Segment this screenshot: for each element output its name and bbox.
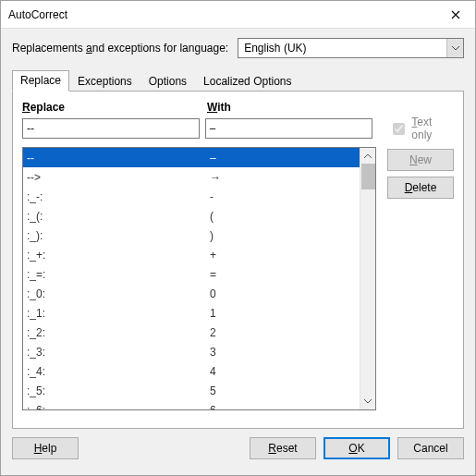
cell-replace: :_=: — [27, 268, 210, 281]
cancel-button[interactable]: Cancel — [397, 437, 464, 459]
column-headers: Replace With — [22, 101, 454, 114]
language-row: Replacements and exceptions for language… — [12, 38, 464, 58]
table-row[interactable]: :_6:6 — [23, 400, 360, 409]
scrollbar[interactable] — [360, 148, 375, 409]
cell-replace: :_6: — [27, 404, 210, 410]
cell-with: 2 — [210, 326, 360, 339]
tab-localized[interactable]: Localized Options — [195, 71, 299, 92]
reset-button[interactable]: Reset — [250, 437, 316, 459]
cell-with: 0 — [210, 287, 360, 300]
autocorrect-dialog: AutoCorrect Replacements and exceptions … — [0, 0, 476, 476]
language-label: Replacements and exceptions for language… — [12, 42, 228, 55]
replace-input[interactable] — [22, 118, 200, 139]
cell-replace: :_4: — [27, 365, 210, 378]
table-row[interactable]: :_=:= — [23, 264, 360, 284]
scroll-up-button[interactable] — [360, 148, 375, 164]
table-row[interactable]: :_5:5 — [23, 381, 360, 400]
text-only-checkbox: Text only — [389, 116, 454, 141]
cell-replace: :_+: — [27, 249, 210, 262]
cell-with: – — [210, 152, 360, 165]
cell-with: 4 — [210, 365, 360, 378]
tab-replace[interactable]: Replace — [12, 70, 69, 92]
table-row[interactable]: :_0:0 — [23, 284, 360, 303]
cell-with: ( — [210, 210, 360, 223]
cell-with: = — [210, 268, 360, 281]
titlebar: AutoCorrect — [1, 1, 475, 29]
inputs-row: Text only — [22, 116, 454, 141]
table-row[interactable]: :_(:( — [23, 206, 360, 226]
close-icon — [451, 10, 460, 19]
window-title: AutoCorrect — [8, 8, 67, 21]
table-row[interactable]: :_+:+ — [23, 245, 360, 264]
cell-with: - — [210, 190, 360, 203]
new-button[interactable]: New — [387, 149, 454, 171]
chevron-up-icon — [364, 153, 372, 158]
chevron-down-icon — [452, 46, 459, 51]
table-row[interactable]: :_2:2 — [23, 323, 360, 342]
table-row[interactable]: :_4:4 — [23, 361, 360, 381]
cell-with: ) — [210, 229, 360, 242]
header-replace: Replace — [22, 101, 207, 114]
cell-with: → — [210, 171, 360, 184]
tab-panel-replace: Replace With Text only --–-->→:_-:-:_(:(… — [12, 92, 464, 429]
tab-strip: ReplaceExceptionsOptionsLocalized Option… — [12, 71, 464, 92]
cell-replace: :_): — [27, 229, 210, 242]
cell-replace: :_0: — [27, 287, 210, 300]
with-input[interactable] — [205, 118, 373, 139]
dropdown-button[interactable] — [446, 39, 463, 57]
cell-replace: :_(: — [27, 210, 210, 223]
table-row[interactable]: --– — [23, 148, 360, 167]
cell-with: 3 — [210, 346, 360, 359]
table-row[interactable]: :_3:3 — [23, 342, 360, 361]
table-row[interactable]: :_):) — [23, 226, 360, 245]
table-row[interactable]: :_-:- — [23, 187, 360, 206]
main-row: --–-->→:_-:-:_(:(:_):):_+:+:_=:=:_0:0:_1… — [22, 147, 454, 415]
chevron-down-icon — [364, 399, 372, 404]
cell-with: 1 — [210, 307, 360, 320]
close-button[interactable] — [436, 1, 475, 28]
scroll-thumb[interactable] — [361, 164, 375, 189]
cell-with: 6 — [210, 404, 360, 410]
header-with: With — [207, 101, 383, 114]
table-row[interactable]: -->→ — [23, 167, 360, 187]
scroll-down-button[interactable] — [360, 394, 375, 409]
ok-button[interactable]: OK — [323, 437, 390, 459]
tab-options[interactable]: Options — [140, 71, 195, 92]
side-buttons: New Delete — [376, 149, 454, 415]
language-selected: English (UK) — [244, 42, 306, 55]
help-button[interactable]: Help — [12, 437, 79, 459]
footer-right: Reset OK Cancel — [250, 437, 464, 459]
cell-replace: --> — [27, 171, 210, 184]
dialog-content: Replacements and exceptions for language… — [1, 29, 475, 429]
cell-with: 5 — [210, 384, 360, 397]
cell-replace: :_2: — [27, 326, 210, 339]
language-select[interactable]: English (UK) — [238, 38, 464, 58]
table-row[interactable]: :_1:1 — [23, 303, 360, 323]
delete-button[interactable]: Delete — [387, 177, 454, 199]
cell-replace: :_1: — [27, 307, 210, 320]
replacements-list[interactable]: --–-->→:_-:-:_(:(:_):):_+:+:_=:=:_0:0:_1… — [22, 147, 376, 410]
cell-replace: :_3: — [27, 346, 210, 359]
text-only-input — [393, 123, 405, 135]
cell-with: + — [210, 249, 360, 262]
tab-exceptions[interactable]: Exceptions — [69, 71, 140, 92]
cell-replace: -- — [27, 152, 210, 165]
footer: Help Reset OK Cancel — [1, 429, 475, 475]
cell-replace: :_5: — [27, 384, 210, 397]
cell-replace: :_-: — [27, 190, 210, 203]
